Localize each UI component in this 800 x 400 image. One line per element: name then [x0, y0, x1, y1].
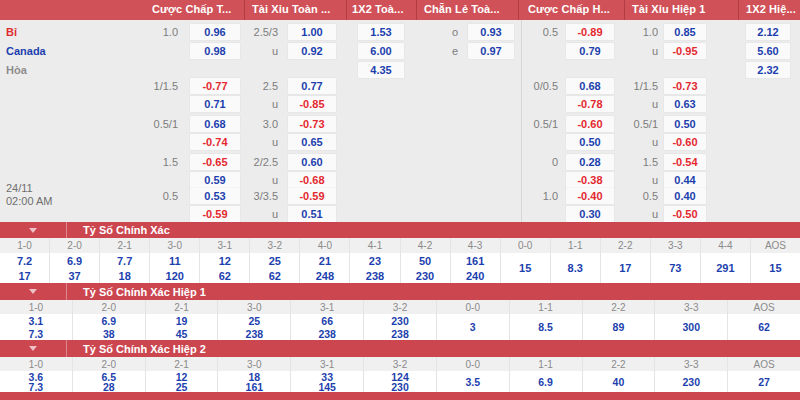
score-odds[interactable]: 38: [73, 327, 145, 340]
section-header-bar[interactable]: Tỷ Số Chính Xác Hiệp 1: [0, 283, 800, 300]
odds-value-handicap-ft[interactable]: 0.53: [190, 188, 240, 204]
odds-value-1x2-h1[interactable]: 2.12: [746, 24, 790, 40]
score-odds[interactable]: 3.1: [0, 314, 72, 327]
odds-value-overunder-ft[interactable]: -0.59: [288, 188, 336, 204]
score-odds[interactable]: 248: [300, 268, 349, 283]
score-odds[interactable]: 25: [218, 314, 290, 327]
odds-value-handicap-h1[interactable]: 0.68: [566, 78, 614, 94]
odds-value-handicap-h1[interactable]: 0.30: [566, 206, 614, 222]
score-odds[interactable]: 6.9: [73, 314, 145, 327]
section-header-bar[interactable]: Tỷ Số Chính Xác Hiệp 2: [0, 340, 800, 357]
odds-value-overunder-h1[interactable]: -0.95: [664, 43, 706, 59]
odds-value-handicap-h1[interactable]: 0.28: [566, 154, 614, 170]
odds-value-handicap-ft[interactable]: 0.71: [190, 96, 240, 112]
odds-value-handicap-ft[interactable]: 0.96: [190, 24, 240, 40]
odds-value-handicap-h1[interactable]: -0.89: [566, 24, 614, 40]
odds-value-overunder-ft[interactable]: 0.77: [288, 78, 336, 94]
odds-value-overunder-ft[interactable]: -0.68: [288, 172, 336, 188]
score-odds[interactable]: 25: [146, 382, 218, 392]
odds-value-overunder-h1[interactable]: 0.63: [664, 96, 706, 112]
score-odds[interactable]: 291: [701, 253, 750, 283]
score-odds[interactable]: 50: [401, 253, 450, 268]
score-odds[interactable]: 3.5: [437, 371, 509, 392]
score-odds[interactable]: 3: [437, 314, 509, 340]
score-odds[interactable]: 230: [655, 371, 727, 392]
score-odds[interactable]: 40: [583, 371, 655, 392]
score-odds[interactable]: 62: [250, 268, 299, 283]
score-odds[interactable]: 161: [451, 253, 500, 268]
score-odds[interactable]: 6.9: [510, 371, 582, 392]
next-section-bar[interactable]: [0, 392, 800, 400]
odds-value-handicap-ft[interactable]: -0.59: [190, 206, 240, 222]
odds-value-overunder-h1[interactable]: -0.73: [664, 78, 706, 94]
score-odds[interactable]: 37: [50, 268, 99, 283]
odds-value-handicap-h1[interactable]: -0.38: [566, 172, 614, 188]
score-odds[interactable]: 62: [200, 268, 249, 283]
odds-value-overunder-h1[interactable]: 0.44: [664, 172, 706, 188]
score-odds[interactable]: 21: [300, 253, 349, 268]
odds-value-overunder-ft[interactable]: 0.65: [288, 134, 336, 150]
odds-value-overunder-h1[interactable]: -0.60: [664, 134, 706, 150]
odds-value-oddeven-ft[interactable]: 0.97: [468, 43, 514, 59]
odds-value-overunder-ft[interactable]: 0.51: [288, 206, 336, 222]
score-odds[interactable]: 238: [350, 268, 399, 283]
odds-value-1x2-ft[interactable]: 6.00: [358, 43, 404, 59]
score-odds[interactable]: 8.5: [510, 314, 582, 340]
score-odds[interactable]: 89: [583, 314, 655, 340]
odds-value-overunder-h1[interactable]: -0.54: [664, 154, 706, 170]
score-odds[interactable]: 18: [100, 268, 149, 283]
odds-value-overunder-ft[interactable]: -0.73: [288, 116, 336, 132]
odds-value-overunder-ft[interactable]: 0.92: [288, 43, 336, 59]
score-odds[interactable]: 238: [218, 327, 290, 340]
score-odds[interactable]: 17: [601, 253, 650, 283]
odds-value-oddeven-ft[interactable]: 0.93: [468, 24, 514, 40]
odds-value-1x2-h1[interactable]: 5.60: [746, 43, 790, 59]
odds-value-1x2-ft[interactable]: 1.53: [358, 24, 404, 40]
odds-value-overunder-ft[interactable]: -0.85: [288, 96, 336, 112]
score-odds[interactable]: 25: [250, 253, 299, 268]
odds-value-1x2-ft[interactable]: 4.35: [358, 62, 404, 78]
odds-value-overunder-h1[interactable]: 0.50: [664, 116, 706, 132]
odds-value-handicap-ft[interactable]: -0.65: [190, 154, 240, 170]
score-odds[interactable]: 45: [146, 327, 218, 340]
collapse-toggle[interactable]: [0, 222, 67, 238]
odds-value-overunder-ft[interactable]: 1.00: [288, 24, 336, 40]
score-odds[interactable]: 161: [218, 382, 290, 392]
score-odds[interactable]: 230: [364, 314, 436, 327]
odds-value-handicap-ft[interactable]: 0.98: [190, 43, 240, 59]
score-odds[interactable]: 238: [364, 327, 436, 340]
odds-value-handicap-h1[interactable]: 0.79: [566, 43, 614, 59]
score-odds[interactable]: 238: [291, 327, 363, 340]
odds-value-handicap-h1[interactable]: 0.50: [566, 134, 614, 150]
score-odds[interactable]: 8.3: [551, 253, 600, 283]
collapse-toggle[interactable]: [0, 340, 67, 357]
odds-value-handicap-ft[interactable]: -0.74: [190, 134, 240, 150]
score-odds[interactable]: 6.9: [50, 253, 99, 268]
odds-value-overunder-h1[interactable]: 0.40: [664, 188, 706, 204]
odds-value-1x2-h1[interactable]: 2.32: [746, 62, 790, 78]
score-odds[interactable]: 7.3: [0, 327, 72, 340]
odds-value-handicap-h1[interactable]: -0.60: [566, 116, 614, 132]
score-odds[interactable]: 15: [751, 253, 800, 283]
odds-value-handicap-ft[interactable]: 0.59: [190, 172, 240, 188]
score-odds[interactable]: 230: [401, 268, 450, 283]
score-odds[interactable]: 300: [655, 314, 727, 340]
odds-value-handicap-ft[interactable]: -0.77: [190, 78, 240, 94]
odds-value-overunder-h1[interactable]: -0.50: [664, 206, 706, 222]
odds-value-overunder-ft[interactable]: 0.60: [288, 154, 336, 170]
score-odds[interactable]: 23: [350, 253, 399, 268]
score-odds[interactable]: 145: [291, 382, 363, 392]
score-odds[interactable]: 27: [728, 371, 800, 392]
score-odds[interactable]: 73: [651, 253, 700, 283]
score-odds[interactable]: 19: [146, 314, 218, 327]
score-odds[interactable]: 66: [291, 314, 363, 327]
score-odds[interactable]: 17: [0, 268, 49, 283]
score-odds[interactable]: 120: [150, 268, 199, 283]
score-odds[interactable]: 28: [73, 382, 145, 392]
score-odds[interactable]: 7.2: [0, 253, 49, 268]
score-odds[interactable]: 240: [451, 268, 500, 283]
score-odds[interactable]: 230: [364, 382, 436, 392]
score-odds[interactable]: 7.7: [100, 253, 149, 268]
score-odds[interactable]: 7.3: [0, 382, 72, 392]
section-header-bar[interactable]: Tỷ Số Chính Xác: [0, 222, 800, 238]
